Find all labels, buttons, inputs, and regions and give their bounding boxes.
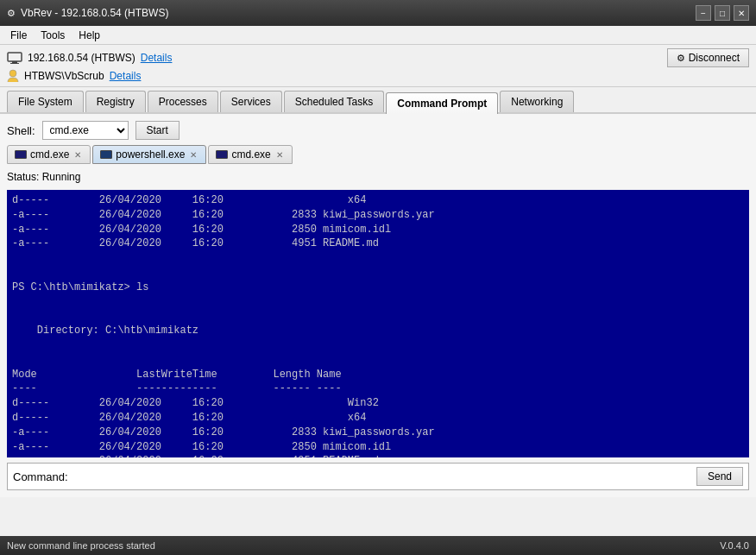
user-icon — [7, 69, 19, 83]
connection-bar: 192.168.0.54 (HTBWS) Details ⚙ Disconnec… — [0, 45, 756, 87]
command-label: Command: — [13, 470, 68, 483]
main-tab-bar: File System Registry Processes Services … — [0, 87, 756, 114]
title-bar-left: ⚙ VbRev - 192.168.0.54 (HTBWS) — [7, 7, 168, 19]
session-tab-close-3[interactable]: ✕ — [274, 150, 285, 160]
shell-label: Shell: — [7, 124, 35, 137]
user-details-link[interactable]: Details — [110, 70, 142, 82]
title-bar: ⚙ VbRev - 192.168.0.54 (HTBWS) − □ ✕ — [0, 0, 756, 26]
menu-file[interactable]: File — [3, 28, 34, 43]
disconnect-button[interactable]: ⚙ Disconnect — [667, 48, 749, 67]
content-area: Shell: cmd.exe powershell.exe bash Start… — [0, 114, 756, 497]
username: HTBWS\VbScrub — [24, 70, 104, 82]
tab-services[interactable]: Services — [220, 91, 282, 112]
tab-networking[interactable]: Networking — [500, 91, 574, 112]
svg-rect-0 — [8, 53, 22, 61]
status-value: Running — [42, 171, 81, 183]
maximize-button[interactable]: □ — [715, 5, 730, 21]
title-bar-controls: − □ ✕ — [696, 5, 749, 21]
command-row: Command: Send — [7, 463, 749, 490]
status-footer: New command line process started V.0.4.0 — [0, 536, 756, 555]
tab-command-prompt[interactable]: Command Prompt — [386, 92, 498, 114]
tab-scheduled-tasks[interactable]: Scheduled Tasks — [284, 91, 385, 112]
svg-rect-2 — [10, 63, 19, 64]
session-tab-label-1: cmd.exe — [30, 148, 69, 161]
start-button[interactable]: Start — [135, 121, 180, 140]
session-tab-cmd1[interactable]: cmd.exe ✕ — [7, 145, 91, 164]
shell-row: Shell: cmd.exe powershell.exe bash Start — [7, 121, 749, 140]
status-label: Status: — [7, 171, 39, 183]
ip-address: 192.168.0.54 (HTBWS) — [28, 52, 135, 64]
send-button[interactable]: Send — [696, 467, 743, 486]
session-tabs: cmd.exe ✕ powershell.exe ✕ cmd.exe ✕ — [7, 145, 749, 164]
menu-bar: File Tools Help — [0, 26, 756, 45]
window-title: VbRev - 192.168.0.54 (HTBWS) — [21, 7, 168, 19]
tab-filesystem[interactable]: File System — [7, 91, 84, 112]
session-tab-cmd2[interactable]: cmd.exe ✕ — [208, 145, 292, 164]
minimize-button[interactable]: − — [696, 5, 711, 21]
session-tab-close-2[interactable]: ✕ — [188, 150, 198, 160]
svg-rect-1 — [12, 61, 17, 63]
status-line: Status: Running — [7, 169, 749, 185]
session-tab-label-3: cmd.exe — [231, 148, 270, 161]
terminal-icon-3 — [216, 150, 228, 159]
menu-help[interactable]: Help — [72, 28, 107, 43]
shell-select[interactable]: cmd.exe powershell.exe bash — [42, 121, 129, 140]
ip-row: 192.168.0.54 (HTBWS) Details ⚙ Disconnec… — [7, 48, 749, 67]
user-row: HTBWS\VbScrub Details — [7, 69, 749, 83]
tab-processes[interactable]: Processes — [148, 91, 218, 112]
menu-tools[interactable]: Tools — [34, 28, 72, 43]
gear-icon: ⚙ — [677, 53, 685, 64]
footer-status-message: New command line process started — [7, 540, 155, 551]
footer-version: V.0.4.0 — [720, 540, 749, 551]
monitor-icon — [7, 52, 22, 64]
svg-point-3 — [9, 70, 16, 77]
session-tab-label-2: powershell.exe — [116, 148, 185, 161]
command-input[interactable] — [72, 470, 693, 483]
tab-registry[interactable]: Registry — [85, 91, 146, 112]
close-button[interactable]: ✕ — [734, 5, 749, 21]
terminal-icon-2 — [100, 150, 112, 159]
session-tab-powershell[interactable]: powershell.exe ✕ — [92, 145, 206, 164]
terminal[interactable]: d----- 26/04/2020 16:20 x64 -a---- 26/04… — [7, 190, 749, 457]
terminal-icon-1 — [15, 150, 27, 159]
ip-details-link[interactable]: Details — [141, 52, 173, 64]
session-tab-close-1[interactable]: ✕ — [72, 150, 83, 160]
